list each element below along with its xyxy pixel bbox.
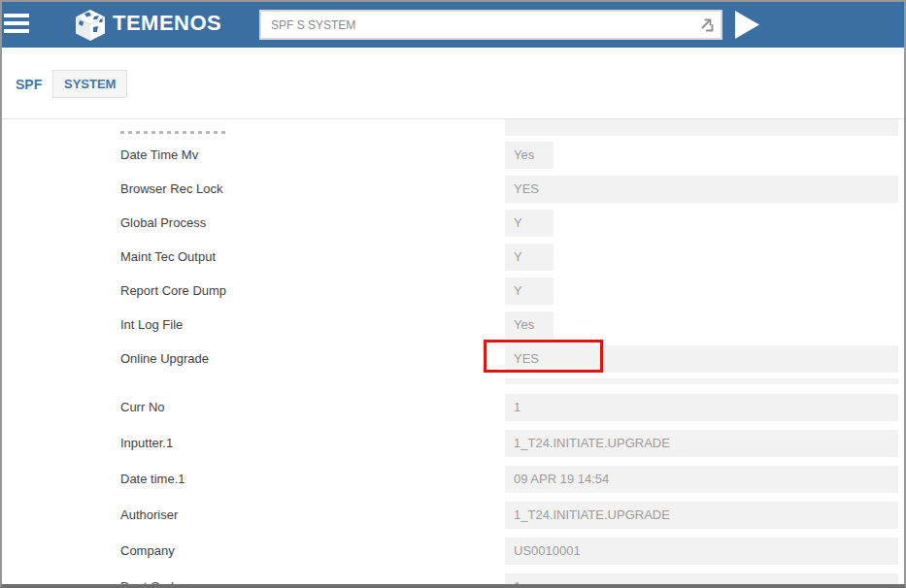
- field-row: Browser Rec Lock YES: [2, 172, 904, 206]
- field-row: Report Core Dump Y: [2, 274, 904, 308]
- field-value-cell: 1_T24.INITIATE.UPGRADE: [505, 425, 898, 461]
- field-value: 09 APR 19 14:54: [505, 466, 898, 493]
- field-value: Yes: [505, 142, 554, 169]
- field-value-cell: YES: [505, 342, 898, 376]
- breadcrumb-record-tab[interactable]: SYSTEM: [52, 70, 127, 98]
- launch-arrow-icon[interactable]: [697, 16, 716, 34]
- field-label: Maint Tec Output: [120, 240, 216, 274]
- field-label: Online Upgrade: [120, 342, 209, 376]
- brand-wordmark: TEMENOS: [113, 11, 221, 36]
- application-window: TEMENOS SPF SYSTEM Date Time Mv Yes Brow…: [0, 0, 906, 588]
- field-value-cell: US0010001: [505, 533, 898, 569]
- field-value: US0010001: [505, 538, 898, 565]
- field-label: Date time.1: [120, 461, 185, 497]
- field-value-cell: 1_T24.INITIATE.UPGRADE: [505, 497, 898, 533]
- field-value-cell: Y: [505, 240, 898, 274]
- field-value-cell: Y: [505, 206, 898, 240]
- field-label: Report Core Dump: [120, 274, 226, 308]
- field-label: Int Log File: [120, 308, 183, 342]
- header-bar: TEMENOS: [2, 2, 904, 48]
- field-row: Maint Tec Output Y: [2, 240, 904, 274]
- field-value-cell: 1: [505, 569, 898, 588]
- command-line-wrap: [259, 10, 722, 40]
- field-value-cell: Yes: [505, 308, 898, 342]
- field-value: 1: [505, 394, 898, 421]
- field-value-cell: Y: [505, 274, 898, 308]
- field-value-cell: 1: [505, 389, 898, 425]
- breadcrumb: SPF SYSTEM: [2, 48, 904, 118]
- menu-icon[interactable]: [4, 14, 29, 35]
- field-row: Curr No 1: [2, 389, 904, 425]
- field-value: 1: [505, 573, 898, 588]
- field-label: Browser Rec Lock: [120, 172, 222, 206]
- field-row: Inputter.1 1_T24.INITIATE.UPGRADE: [2, 425, 904, 461]
- field-row: Authoriser 1_T24.INITIATE.UPGRADE: [2, 497, 904, 533]
- field-row: Dept Code 1: [2, 569, 904, 588]
- field-row: Online Upgrade YES: [2, 342, 904, 376]
- clipped-label-fragment: [120, 131, 229, 134]
- clipped-value-strip: [505, 119, 898, 136]
- field-value-cell: 09 APR 19 14:54: [505, 461, 898, 497]
- field-label: Company: [120, 533, 175, 569]
- field-value: Y: [505, 278, 554, 305]
- field-value-cell: YES: [505, 172, 898, 206]
- form-rows: Date Time Mv Yes Browser Rec Lock YES Gl…: [2, 138, 904, 588]
- breadcrumb-app-link[interactable]: SPF: [16, 77, 42, 92]
- field-value: Yes: [505, 311, 554, 339]
- command-input[interactable]: [259, 10, 722, 40]
- field-row: Int Log File Yes: [2, 308, 904, 342]
- clipped-empty-strip: [505, 378, 898, 384]
- field-value: 1_T24.INITIATE.UPGRADE: [505, 430, 898, 457]
- run-play-button[interactable]: [733, 10, 760, 40]
- field-value-cell: Yes: [505, 138, 898, 172]
- field-label: Global Process: [120, 206, 206, 240]
- field-row: Company US0010001: [2, 533, 904, 569]
- field-row: Date time.1 09 APR 19 14:54: [2, 461, 904, 497]
- field-value: Y: [505, 244, 554, 271]
- field-value: YES: [505, 176, 898, 203]
- field-label: Curr No: [120, 389, 165, 425]
- field-value: 1_T24.INITIATE.UPGRADE: [505, 502, 898, 529]
- field-label: Authoriser: [120, 497, 178, 533]
- field-label: Inputter.1: [120, 425, 173, 461]
- section-spacer: [2, 376, 904, 389]
- field-label: Date Time Mv: [120, 138, 198, 172]
- field-label: Dept Code: [120, 569, 181, 588]
- field-row: Date Time Mv Yes: [2, 138, 904, 172]
- field-row: Global Process Y: [2, 206, 904, 240]
- field-value: Y: [505, 210, 554, 237]
- record-form: Date Time Mv Yes Browser Rec Lock YES Gl…: [2, 118, 904, 588]
- field-value: YES: [505, 345, 898, 373]
- temenos-cube-logo-icon: [73, 8, 108, 43]
- clipped-scrolled-row: [2, 119, 904, 138]
